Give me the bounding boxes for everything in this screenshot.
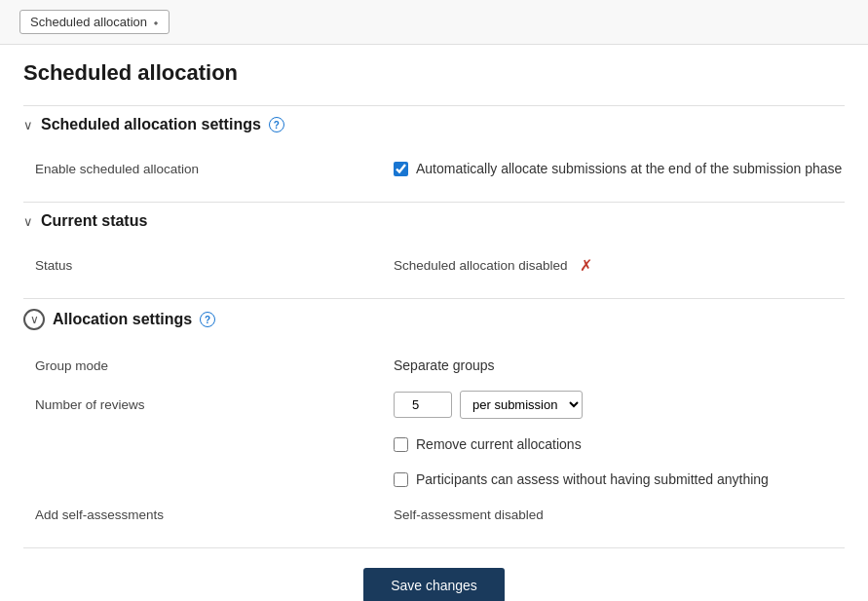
- page-title: Scheduled allocation: [23, 60, 845, 86]
- number-of-reviews-label: Number of reviews: [23, 397, 394, 412]
- current-status-title: Current status: [41, 212, 147, 230]
- group-mode-value: Separate groups: [394, 357, 845, 373]
- participants-assess-checkbox[interactable]: [394, 472, 408, 487]
- allocation-settings-body: Group mode Separate groups Number of rev…: [23, 340, 845, 547]
- scheduled-settings-body: Enable scheduled allocation Automaticall…: [23, 143, 845, 202]
- auto-allocate-checkbox[interactable]: [394, 162, 408, 176]
- status-label: Status: [23, 258, 394, 273]
- current-status-header: ∨ Current status: [23, 202, 845, 240]
- self-assessments-control: Self-assessment disabled: [394, 507, 845, 522]
- scheduled-settings-header: ∨ Scheduled allocation settings ?: [23, 105, 845, 143]
- status-control: Scheduled allocation disabled ✗: [394, 256, 845, 275]
- auto-allocate-label: Automatically allocate submissions at th…: [416, 161, 842, 176]
- current-status-body: Status Scheduled allocation disabled ✗: [23, 240, 845, 298]
- status-value: Scheduled allocation disabled: [394, 258, 568, 273]
- auto-allocate-checkbox-wrap: Automatically allocate submissions at th…: [394, 161, 842, 176]
- self-assessments-row: Add self-assessments Self-assessment dis…: [23, 497, 845, 532]
- per-submission-select[interactable]: per submission per reviewer: [460, 391, 583, 419]
- group-mode-text: Separate groups: [394, 357, 495, 373]
- current-status-section: ∨ Current status Status Scheduled alloca…: [23, 202, 845, 298]
- dropdown-label: Scheduled allocation: [30, 15, 147, 29]
- self-assessment-value: Self-assessment disabled: [394, 507, 544, 522]
- participants-assess-control: Participants can assess without having s…: [394, 471, 845, 487]
- remove-allocations-label: Remove current allocations: [416, 436, 582, 452]
- dropdown-arrow-icon: ⬥: [153, 17, 159, 27]
- scheduled-allocation-dropdown[interactable]: Scheduled allocation ⬥: [19, 10, 170, 34]
- remove-allocations-wrap: Remove current allocations: [394, 436, 582, 452]
- participants-assess-row: Participants can assess without having s…: [23, 462, 845, 497]
- enable-scheduled-row: Enable scheduled allocation Automaticall…: [23, 151, 845, 186]
- self-assessments-label: Add self-assessments: [23, 507, 394, 522]
- current-status-collapse-icon[interactable]: ∨: [23, 214, 33, 229]
- allocation-collapse-icon[interactable]: ∨: [23, 309, 45, 330]
- top-bar: Scheduled allocation ⬥: [0, 0, 868, 45]
- allocation-settings-section: ∨ Allocation settings ? Group mode Separ…: [23, 298, 845, 547]
- group-mode-row: Group mode Separate groups: [23, 348, 845, 383]
- scheduled-settings-collapse-icon[interactable]: ∨: [23, 118, 33, 132]
- allocation-settings-header: ∨ Allocation settings ?: [23, 298, 845, 340]
- remove-allocations-row: Remove current allocations: [23, 427, 845, 462]
- participants-assess-label: Participants can assess without having s…: [416, 471, 769, 487]
- participants-assess-wrap: Participants can assess without having s…: [394, 471, 769, 487]
- number-of-reviews-control: per submission per reviewer: [394, 391, 845, 419]
- scheduled-settings-title: Scheduled allocation settings: [41, 116, 261, 133]
- remove-allocations-control: Remove current allocations: [394, 436, 845, 452]
- enable-scheduled-label: Enable scheduled allocation: [23, 162, 394, 176]
- group-mode-label: Group mode: [23, 358, 394, 373]
- number-of-reviews-input[interactable]: [394, 392, 452, 418]
- status-row: Status Scheduled allocation disabled ✗: [23, 247, 845, 282]
- allocation-help-icon[interactable]: ?: [200, 312, 215, 327]
- main-content: Scheduled allocation ∨ Scheduled allocat…: [0, 45, 868, 601]
- scheduled-allocation-settings-section: ∨ Scheduled allocation settings ? Enable…: [23, 105, 845, 202]
- remove-allocations-checkbox[interactable]: [394, 437, 408, 452]
- number-of-reviews-row: Number of reviews per submission per rev…: [23, 383, 845, 427]
- save-changes-button[interactable]: Save changes: [363, 568, 505, 601]
- status-x-icon: ✗: [580, 256, 592, 275]
- enable-scheduled-control: Automatically allocate submissions at th…: [394, 161, 845, 176]
- scheduled-settings-help-icon[interactable]: ?: [269, 117, 284, 132]
- footer: Save changes: [23, 547, 845, 601]
- allocation-settings-title: Allocation settings: [53, 311, 192, 328]
